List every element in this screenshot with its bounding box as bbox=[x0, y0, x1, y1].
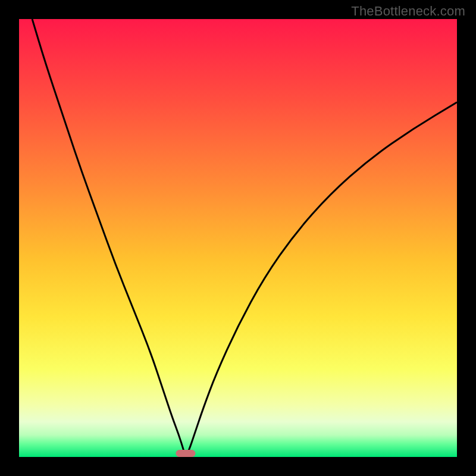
optimum-marker bbox=[176, 450, 195, 457]
watermark-text: TheBottleneck.com bbox=[351, 4, 465, 19]
chart-frame: TheBottleneck.com bbox=[0, 0, 476, 476]
plot-area bbox=[19, 19, 457, 457]
bottleneck-curve bbox=[19, 19, 457, 457]
